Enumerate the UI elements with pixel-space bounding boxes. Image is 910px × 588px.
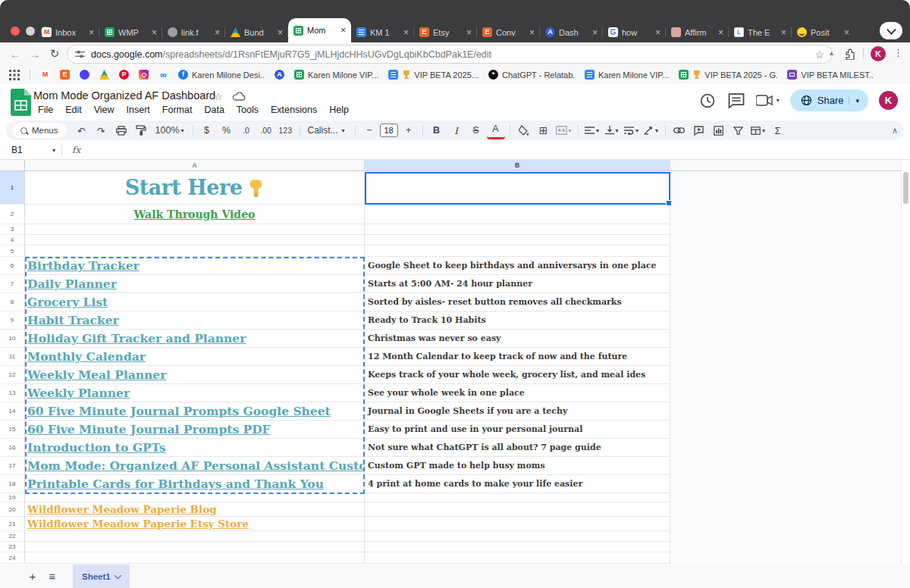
bookmark-gmail[interactable]: M: [40, 70, 50, 80]
row-header-10[interactable]: 10: [0, 330, 25, 348]
cell-B8[interactable]: Sorted by aisles- reset button removes a…: [365, 293, 670, 311]
cell-B7[interactable]: Starts at 5:00 AM- 24 hour planner: [365, 275, 670, 293]
cell-B17[interactable]: Custom GPT made to help busy moms: [365, 457, 670, 475]
vertical-align-button[interactable]: ▾: [603, 123, 621, 138]
redo-button[interactable]: ↷: [93, 123, 111, 138]
cell-B13[interactable]: See your whole week in one place: [365, 384, 670, 402]
row-header-1[interactable]: 1: [0, 171, 25, 205]
cell-B9[interactable]: Ready to Track 10 Habits: [365, 311, 670, 330]
insert-comment-button[interactable]: [690, 123, 708, 138]
minimize-window-button[interactable]: [26, 27, 35, 36]
video-call-icon[interactable]: [756, 95, 773, 106]
row-header-21[interactable]: 21: [0, 517, 25, 531]
cell-B5[interactable]: [365, 246, 670, 257]
chevron-down-icon[interactable]: [114, 571, 121, 579]
browser-tab-how[interactable]: Ghow×: [603, 22, 666, 42]
decrease-font-size-button[interactable]: −: [360, 123, 378, 138]
toolbar-search-menus[interactable]: Menus: [12, 123, 67, 138]
cell-A12[interactable]: Weekly Meal Planner: [25, 366, 365, 384]
add-sheet-button[interactable]: +: [23, 567, 42, 586]
paint-format-button[interactable]: [132, 123, 150, 138]
browser-tab-mom[interactable]: Mom×: [288, 18, 351, 42]
cell-B24[interactable]: [365, 552, 670, 564]
cell-B16[interactable]: Not sure what ChatGPT is all about? 7 pa…: [365, 439, 670, 457]
cell-A22[interactable]: [25, 531, 365, 542]
site-settings-icon[interactable]: [75, 50, 85, 58]
row-header-9[interactable]: 9: [0, 311, 25, 330]
bookmark-karen-milone-desi-[interactable]: fKaren Milone Desi...: [178, 70, 265, 80]
cell-A15[interactable]: 60 Five Minute Journal Prompts PDF: [25, 421, 365, 439]
row-header-17[interactable]: 17: [0, 457, 25, 475]
tracker-link[interactable]: Grocery List: [27, 295, 108, 309]
row-header-11[interactable]: 11: [0, 348, 25, 366]
comment-history-icon[interactable]: [727, 92, 745, 110]
menu-file[interactable]: File: [32, 104, 59, 116]
sheet-tab-sheet1[interactable]: Sheet1: [73, 565, 130, 588]
format-percent-button[interactable]: %: [218, 123, 236, 138]
hidden-extensions-icon[interactable]: ▲: [828, 49, 835, 57]
vertical-scrollbar[interactable]: [901, 160, 910, 565]
cell-B2[interactable]: [365, 205, 670, 224]
bookmark-karen-milone-vip-[interactable]: Karen Milone VIP...: [585, 70, 669, 80]
share-dropdown[interactable]: ▾: [849, 97, 864, 105]
menu-view[interactable]: View: [88, 104, 121, 116]
row-header-12[interactable]: 12: [0, 366, 25, 384]
row-header-4[interactable]: 4: [0, 235, 25, 246]
italic-button[interactable]: I: [447, 123, 466, 138]
chevron-down-icon[interactable]: ▾: [52, 147, 55, 154]
font-size-input[interactable]: 18: [380, 124, 398, 137]
cell-B3[interactable]: [365, 224, 670, 235]
browser-tab-posit[interactable]: Posit×: [792, 22, 851, 42]
increase-font-size-button[interactable]: +: [400, 123, 418, 138]
all-sheets-button[interactable]: ≡: [42, 567, 62, 586]
row-header-16[interactable]: 16: [0, 439, 25, 457]
tab-close-icon[interactable]: ×: [152, 28, 157, 37]
cell-A24[interactable]: [25, 552, 365, 564]
cell-B15[interactable]: Easy to print and use in your personal j…: [365, 421, 670, 439]
cell-B6[interactable]: Google Sheet to keep birthdays and anniv…: [365, 257, 670, 275]
cell-A9[interactable]: Habit Tracker: [25, 311, 365, 330]
functions-button[interactable]: Σ: [769, 123, 787, 138]
bookmark-instagram[interactable]: [139, 70, 149, 80]
menu-tools[interactable]: Tools: [231, 104, 265, 116]
tracker-link[interactable]: Introduction to GPTs: [27, 440, 165, 455]
browser-tab-dash[interactable]: ADash×: [540, 22, 603, 42]
tracker-link[interactable]: Printable Cards for Birthdays and Thank …: [27, 477, 324, 491]
tracker-link[interactable]: Daily Planner: [27, 277, 117, 291]
cell-A13[interactable]: Weekly Planner: [25, 384, 365, 402]
print-button[interactable]: [112, 123, 130, 138]
tab-close-icon[interactable]: ×: [655, 28, 661, 37]
menu-help[interactable]: Help: [323, 104, 355, 116]
row-header-5[interactable]: 5: [0, 246, 25, 257]
cell-A23[interactable]: [25, 542, 365, 552]
menu-edit[interactable]: Edit: [59, 104, 88, 116]
close-window-button[interactable]: [11, 27, 20, 36]
account-avatar[interactable]: K: [879, 91, 898, 110]
bold-button[interactable]: B: [428, 123, 446, 138]
row-header-14[interactable]: 14: [0, 402, 25, 421]
browser-tab-the-e[interactable]: LThe E×: [729, 22, 792, 42]
bookmark-karen-milone-vip-[interactable]: Karen Milone VIP...: [294, 70, 378, 80]
browser-tab-affirm[interactable]: Affirm×: [666, 22, 729, 42]
browser-tab-bund[interactable]: Bund×: [225, 22, 288, 42]
fill-color-button[interactable]: [515, 123, 533, 138]
tab-close-icon[interactable]: ×: [215, 28, 220, 37]
cell-B20[interactable]: [365, 502, 670, 517]
bookmark-meta[interactable]: ∞: [158, 70, 168, 80]
cell-A11[interactable]: Monthly Calendar: [25, 348, 365, 366]
row-header-8[interactable]: 8: [0, 293, 25, 311]
zoom-select[interactable]: 100%▾: [152, 123, 188, 138]
tracker-link[interactable]: Weekly Meal Planner: [27, 368, 166, 382]
cell-A2[interactable]: Walk Through Video: [25, 205, 365, 224]
strikethrough-button[interactable]: S: [467, 123, 485, 138]
store-link[interactable]: Wildflower Meadow Paperie Blog: [27, 503, 217, 515]
font-select[interactable]: Calist...▾: [305, 125, 350, 136]
column-header-B[interactable]: B: [365, 160, 670, 171]
menu-format[interactable]: Format: [156, 104, 199, 116]
cell-B14[interactable]: Journal in Google Sheets if you are a te…: [365, 402, 670, 421]
create-filter-button[interactable]: [730, 123, 748, 138]
cell-A21[interactable]: Wildflower Meadow Paperie Etsy Store: [25, 517, 365, 531]
browser-tab-km-1[interactable]: KM 1×: [351, 22, 414, 42]
row-header-6[interactable]: 6: [0, 257, 25, 275]
menu-extensions[interactable]: Extensions: [265, 104, 323, 116]
